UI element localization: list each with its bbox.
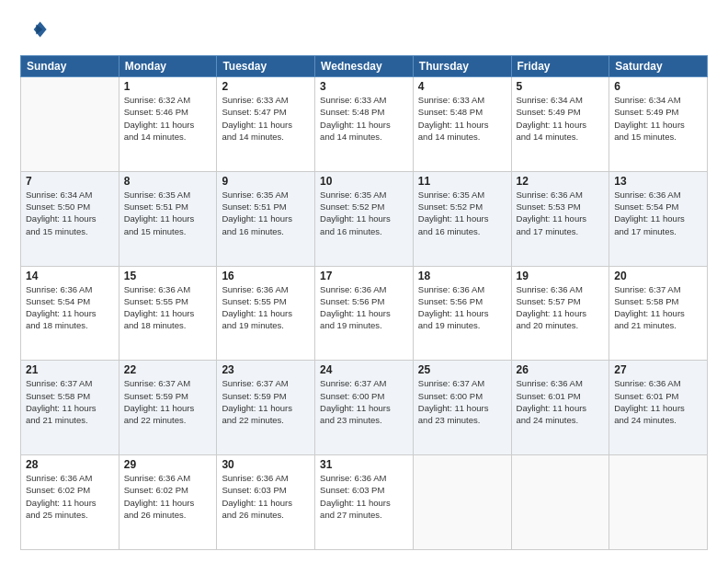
calendar-cell <box>413 455 511 550</box>
day-info: Sunrise: 6:36 AM Sunset: 6:01 PM Dayligh… <box>614 377 702 426</box>
day-number: 15 <box>124 270 212 282</box>
day-number: 11 <box>418 175 506 188</box>
header <box>20 17 708 46</box>
day-number: 9 <box>222 175 310 188</box>
day-info: Sunrise: 6:36 AM Sunset: 5:56 PM Dayligh… <box>320 283 408 332</box>
week-row-3: 14Sunrise: 6:36 AM Sunset: 5:54 PM Dayli… <box>21 266 708 361</box>
calendar-cell <box>609 455 708 550</box>
calendar-cell: 25Sunrise: 6:37 AM Sunset: 6:00 PM Dayli… <box>413 361 511 455</box>
day-header-friday: Friday <box>511 56 609 77</box>
day-info: Sunrise: 6:36 AM Sunset: 5:54 PM Dayligh… <box>614 189 702 237</box>
calendar-cell: 19Sunrise: 6:36 AM Sunset: 5:57 PM Dayli… <box>511 266 609 361</box>
calendar-cell: 31Sunrise: 6:36 AM Sunset: 6:03 PM Dayli… <box>315 455 414 550</box>
day-info: Sunrise: 6:36 AM Sunset: 5:54 PM Dayligh… <box>26 283 114 332</box>
day-info: Sunrise: 6:36 AM Sunset: 5:56 PM Dayligh… <box>418 283 506 332</box>
day-number: 30 <box>222 458 310 471</box>
day-number: 12 <box>517 175 605 188</box>
day-info: Sunrise: 6:35 AM Sunset: 5:52 PM Dayligh… <box>418 189 506 237</box>
day-info: Sunrise: 6:37 AM Sunset: 5:59 PM Dayligh… <box>222 377 310 426</box>
calendar-cell: 5Sunrise: 6:34 AM Sunset: 5:49 PM Daylig… <box>511 77 609 172</box>
day-number: 24 <box>320 363 408 376</box>
calendar-cell: 3Sunrise: 6:33 AM Sunset: 5:48 PM Daylig… <box>315 77 414 172</box>
day-header-wednesday: Wednesday <box>315 56 414 77</box>
day-info: Sunrise: 6:37 AM Sunset: 5:58 PM Dayligh… <box>26 377 114 426</box>
calendar-cell: 12Sunrise: 6:36 AM Sunset: 5:53 PM Dayli… <box>511 171 609 266</box>
week-row-2: 7Sunrise: 6:34 AM Sunset: 5:50 PM Daylig… <box>21 171 708 266</box>
day-info: Sunrise: 6:35 AM Sunset: 5:51 PM Dayligh… <box>222 189 310 237</box>
day-info: Sunrise: 6:36 AM Sunset: 6:03 PM Dayligh… <box>222 472 310 521</box>
week-row-4: 21Sunrise: 6:37 AM Sunset: 5:58 PM Dayli… <box>21 361 708 455</box>
day-number: 26 <box>517 363 605 376</box>
calendar-cell: 16Sunrise: 6:36 AM Sunset: 5:55 PM Dayli… <box>217 266 315 361</box>
day-number: 14 <box>26 270 114 282</box>
day-info: Sunrise: 6:32 AM Sunset: 5:46 PM Dayligh… <box>124 94 212 143</box>
calendar-cell: 9Sunrise: 6:35 AM Sunset: 5:51 PM Daylig… <box>217 171 315 266</box>
calendar-cell: 28Sunrise: 6:36 AM Sunset: 6:02 PM Dayli… <box>21 455 119 550</box>
day-number: 6 <box>614 80 702 93</box>
day-number: 10 <box>320 175 408 188</box>
day-number: 16 <box>222 270 310 282</box>
day-number: 4 <box>418 80 506 93</box>
calendar-cell: 13Sunrise: 6:36 AM Sunset: 5:54 PM Dayli… <box>609 171 708 266</box>
day-number: 23 <box>222 363 310 376</box>
day-info: Sunrise: 6:36 AM Sunset: 5:55 PM Dayligh… <box>222 283 310 332</box>
calendar-cell: 29Sunrise: 6:36 AM Sunset: 6:02 PM Dayli… <box>119 455 217 550</box>
day-number: 17 <box>320 270 408 282</box>
day-info: Sunrise: 6:34 AM Sunset: 5:50 PM Dayligh… <box>26 189 114 237</box>
day-number: 8 <box>124 175 212 188</box>
day-info: Sunrise: 6:35 AM Sunset: 5:51 PM Dayligh… <box>124 189 212 237</box>
day-info: Sunrise: 6:35 AM Sunset: 5:52 PM Dayligh… <box>320 189 408 237</box>
calendar-cell: 4Sunrise: 6:33 AM Sunset: 5:48 PM Daylig… <box>413 77 511 172</box>
day-info: Sunrise: 6:37 AM Sunset: 5:58 PM Dayligh… <box>614 283 702 332</box>
day-number: 7 <box>26 175 114 188</box>
logo <box>20 17 48 46</box>
calendar-cell: 27Sunrise: 6:36 AM Sunset: 6:01 PM Dayli… <box>609 361 708 455</box>
day-info: Sunrise: 6:33 AM Sunset: 5:47 PM Dayligh… <box>222 94 310 143</box>
day-header-thursday: Thursday <box>413 56 511 77</box>
day-info: Sunrise: 6:37 AM Sunset: 5:59 PM Dayligh… <box>124 377 212 426</box>
calendar-cell <box>21 77 119 172</box>
week-row-1: 1Sunrise: 6:32 AM Sunset: 5:46 PM Daylig… <box>21 77 708 172</box>
calendar-cell: 17Sunrise: 6:36 AM Sunset: 5:56 PM Dayli… <box>315 266 414 361</box>
day-number: 3 <box>320 80 408 93</box>
calendar-cell: 10Sunrise: 6:35 AM Sunset: 5:52 PM Dayli… <box>315 171 414 266</box>
day-info: Sunrise: 6:36 AM Sunset: 6:02 PM Dayligh… <box>124 472 212 521</box>
day-number: 31 <box>320 458 408 471</box>
calendar-header-row: SundayMondayTuesdayWednesdayThursdayFrid… <box>21 56 708 77</box>
day-info: Sunrise: 6:33 AM Sunset: 5:48 PM Dayligh… <box>320 94 408 143</box>
calendar-cell: 20Sunrise: 6:37 AM Sunset: 5:58 PM Dayli… <box>609 266 708 361</box>
day-info: Sunrise: 6:36 AM Sunset: 5:57 PM Dayligh… <box>517 283 605 332</box>
calendar-cell: 21Sunrise: 6:37 AM Sunset: 5:58 PM Dayli… <box>21 361 119 455</box>
calendar-cell: 2Sunrise: 6:33 AM Sunset: 5:47 PM Daylig… <box>217 77 315 172</box>
day-number: 5 <box>517 80 605 93</box>
calendar-cell: 8Sunrise: 6:35 AM Sunset: 5:51 PM Daylig… <box>119 171 217 266</box>
day-header-sunday: Sunday <box>21 56 119 77</box>
calendar-cell: 7Sunrise: 6:34 AM Sunset: 5:50 PM Daylig… <box>21 171 119 266</box>
day-number: 19 <box>517 270 605 282</box>
day-info: Sunrise: 6:36 AM Sunset: 5:55 PM Dayligh… <box>124 283 212 332</box>
day-header-tuesday: Tuesday <box>217 56 315 77</box>
calendar-table: SundayMondayTuesdayWednesdayThursdayFrid… <box>20 55 708 550</box>
day-info: Sunrise: 6:37 AM Sunset: 6:00 PM Dayligh… <box>418 377 506 426</box>
calendar-cell: 22Sunrise: 6:37 AM Sunset: 5:59 PM Dayli… <box>119 361 217 455</box>
calendar-cell: 14Sunrise: 6:36 AM Sunset: 5:54 PM Dayli… <box>21 266 119 361</box>
page: SundayMondayTuesdayWednesdayThursdayFrid… <box>0 0 728 563</box>
day-number: 28 <box>26 458 114 471</box>
day-info: Sunrise: 6:36 AM Sunset: 6:03 PM Dayligh… <box>320 472 408 521</box>
day-info: Sunrise: 6:34 AM Sunset: 5:49 PM Dayligh… <box>614 94 702 143</box>
day-info: Sunrise: 6:36 AM Sunset: 6:02 PM Dayligh… <box>26 472 114 521</box>
day-number: 20 <box>614 270 702 282</box>
calendar-cell: 11Sunrise: 6:35 AM Sunset: 5:52 PM Dayli… <box>413 171 511 266</box>
day-number: 18 <box>418 270 506 282</box>
day-number: 21 <box>26 363 114 376</box>
day-number: 22 <box>124 363 212 376</box>
logo-icon <box>22 17 48 42</box>
calendar-cell: 26Sunrise: 6:36 AM Sunset: 6:01 PM Dayli… <box>511 361 609 455</box>
calendar-cell: 30Sunrise: 6:36 AM Sunset: 6:03 PM Dayli… <box>217 455 315 550</box>
day-header-saturday: Saturday <box>609 56 708 77</box>
calendar-cell: 18Sunrise: 6:36 AM Sunset: 5:56 PM Dayli… <box>413 266 511 361</box>
calendar-cell: 1Sunrise: 6:32 AM Sunset: 5:46 PM Daylig… <box>119 77 217 172</box>
day-info: Sunrise: 6:33 AM Sunset: 5:48 PM Dayligh… <box>418 94 506 143</box>
day-number: 1 <box>124 80 212 93</box>
week-row-5: 28Sunrise: 6:36 AM Sunset: 6:02 PM Dayli… <box>21 455 708 550</box>
